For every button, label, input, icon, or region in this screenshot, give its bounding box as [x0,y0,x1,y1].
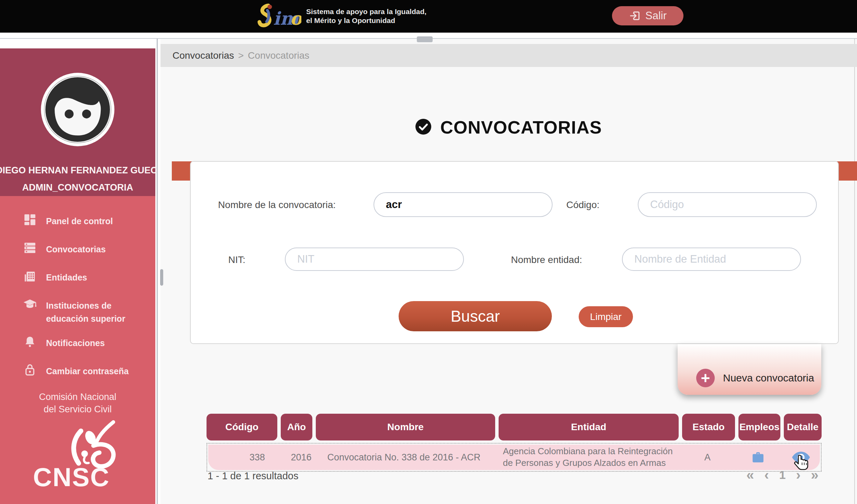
column-header-estado: Estado [682,414,735,440]
sidebar: DIEGO HERNAN FERNANDEZ GUECHA ADMIN_CONV… [0,39,158,504]
table-row[interactable]: 338 2016 Convocatoria No. 338 de 2016 - … [207,443,822,472]
building-icon [23,269,37,283]
brand-tagline: Sistema de apoyo para la Igualdad, el Mé… [306,7,426,25]
pagination-prev[interactable]: ‹ [764,468,769,482]
pagination-page-1[interactable]: 1 [779,469,786,481]
sidebar-footer: Comisión Nacional del Servicio Civil CNS… [0,391,155,504]
dashboard-icon [23,213,37,227]
scrollbar-tab[interactable] [417,36,433,42]
sidebar-item-label: Convocatorias [46,241,136,256]
sidebar-item-label: Cambiar contraseña [46,363,136,378]
cell-empleos [737,451,779,464]
sidebar-item-convocatorias[interactable]: Convocatorias [0,241,155,260]
sidebar-item-notificaciones[interactable]: Notificaciones [0,334,155,354]
tagline-line-1: Sistema de apoyo para la Igualdad, [306,7,426,16]
org-line-1: Comisión Nacional [0,391,155,403]
main-content: Convocatorias > Convocatorias CONVOCATOR… [160,39,857,504]
scrollbar-track [854,39,855,504]
org-acronym: CNSC [33,462,110,492]
logout-label: Salir [645,10,667,22]
lock-icon [23,363,37,377]
top-bar: im o Sistema de apoyo para la Igualdad, … [0,0,857,33]
sidebar-item-entidades[interactable]: Entidades [0,269,155,288]
sidebar-item-label: Entidades [46,269,136,284]
user-role: ADMIN_CONVOCATORIA [0,182,155,193]
eye-icon [791,451,811,464]
cell-estado: A [681,452,734,463]
search-button[interactable]: Buscar [399,301,552,331]
search-form: Nombre de la convocatoria: Código: NIT: … [190,161,839,344]
logout-icon [629,10,641,22]
briefcase-icon [751,451,765,464]
sidebar-menu: Panel de control Convocatorias [0,196,155,504]
pagination-last[interactable]: » [811,468,819,482]
page-title: CONVOCATORIAS [440,117,602,138]
clear-button[interactable]: Limpiar [579,306,633,327]
profile-panel: DIEGO HERNAN FERNANDEZ GUECHA ADMIN_CONV… [0,48,155,196]
bell-icon [23,334,37,349]
convocatorias-table: Código Año Nombre Entidad Estado Empleos… [207,414,822,472]
cell-detalle [782,451,820,464]
sidebar-item-label: Notificaciones [46,334,136,350]
sidebar-scrollbar-thumb[interactable] [160,269,163,286]
simo-brand: im o Sistema de apoyo para la Igualdad, … [257,2,426,30]
column-header-entidad: Entidad [499,414,679,440]
page-title-row: CONVOCATORIAS [160,117,857,138]
column-header-empleos: Empleos [738,414,780,440]
table-header-row: Código Año Nombre Entidad Estado Empleos… [207,414,822,440]
new-convocatoria-button[interactable]: + Nueva convocatoria [678,344,821,395]
pagination: « ‹ 1 › » [746,468,819,482]
column-header-ano: Año [281,414,312,440]
sidebar-item-instituciones[interactable]: Instituciones de educación superior [0,297,155,326]
empleos-button[interactable] [751,451,765,464]
column-header-detalle: Detalle [784,414,822,440]
logout-button[interactable]: Salir [612,6,683,25]
breadcrumb-parent-link[interactable]: Convocatorias [172,50,234,61]
sidebar-item-label: Panel de control [46,213,136,228]
codigo-label: Código: [566,199,600,210]
column-header-codigo: Código [207,414,277,440]
tagline-line-2: el Mérito y la Oportunidad [306,16,426,25]
check-circle-icon [415,119,431,136]
column-header-nombre: Nombre [316,414,495,440]
cell-entidad: Agencia Colombiana para la Reintegración… [499,446,678,469]
graduation-cap-icon [23,297,37,311]
cell-ano: 2016 [282,452,313,463]
nombre-label: Nombre de la convocatoria: [198,199,336,210]
org-line-2: del Servicio Civil [0,403,155,415]
sidebar-item-cambiar-contrasena[interactable]: Cambiar contraseña [0,363,155,382]
avatar [41,72,115,147]
user-name: DIEGO HERNAN FERNANDEZ GUECHA [0,165,158,176]
cell-codigo: 338 [208,452,279,463]
sidebar-item-label: Instituciones de educación superior [46,297,136,326]
entidad-label: Nombre entidad: [511,254,582,265]
app-window: im o Sistema de apoyo para la Igualdad, … [0,0,857,504]
plus-icon: + [696,369,715,387]
svg-text:o: o [290,8,301,29]
simo-logo-icon: im o [257,2,301,30]
sidebar-item-panel-de-control[interactable]: Panel de control [0,213,155,232]
cell-nombre: Convocatoria No. 338 de 2016 - ACR [317,452,495,463]
list-icon [23,241,37,255]
pagination-next[interactable]: › [796,468,800,482]
results-summary: 1 - 1 de 1 resultados [208,470,298,482]
nit-input[interactable] [285,248,464,271]
org-name: Comisión Nacional del Servicio Civil [0,391,155,416]
breadcrumb-separator: > [238,50,244,61]
breadcrumb: Convocatorias > Convocatorias [160,44,857,67]
codigo-input[interactable] [638,192,817,217]
new-convocatoria-label: Nueva convocatoria [723,372,814,384]
breadcrumb-current: Convocatorias [248,50,309,61]
entidad-input[interactable] [622,248,801,271]
nombre-input[interactable] [374,192,553,217]
pagination-first[interactable]: « [746,468,754,482]
nit-label: NIT: [198,254,245,265]
detalle-button[interactable] [791,451,811,464]
